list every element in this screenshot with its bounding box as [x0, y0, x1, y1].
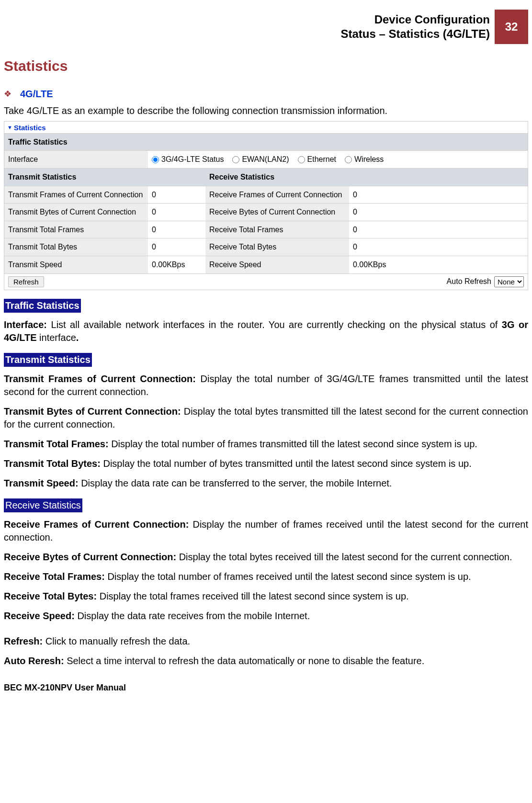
auto-refresh-label: Auto Refresh: [447, 276, 491, 287]
interface-radio-ethernet[interactable]: Ethernet: [298, 154, 336, 165]
interface-radio-ewan-input[interactable]: [232, 156, 239, 163]
description-section: Traffic Statistics Interface: List all a…: [4, 297, 528, 667]
table-label: Receive Frames of Current Connection: [205, 186, 349, 204]
interface-radio-ethernet-label: Ethernet: [307, 154, 336, 165]
interface-label: Interface: [4, 151, 148, 169]
interface-radio-ewan-label: EWAN(LAN2): [242, 154, 289, 165]
table-label: Transmit Speed: [4, 256, 148, 273]
panel-heading: ▼ Statistics: [4, 122, 528, 133]
table-value: 0: [349, 238, 528, 256]
header-line1: Device Configuration: [340, 12, 490, 27]
table-label: Receive Bytes of Current Connection: [205, 204, 349, 221]
desc-receive-frames-current: Receive Frames of Current Connection: Di…: [4, 518, 528, 544]
interface-options-cell: 3G/4G-LTE Status EWAN(LAN2) Ethernet Wir…: [148, 151, 528, 169]
diamond-bullet-icon: ❖: [4, 88, 11, 100]
interface-radio-3g4glte[interactable]: 3G/4G-LTE Status: [152, 154, 224, 165]
refresh-button[interactable]: Refresh: [8, 276, 44, 287]
header-line2: Status – Statistics (4G/LTE): [340, 27, 490, 41]
table-label: Receive Total Bytes: [205, 238, 349, 256]
interface-radio-3g4glte-label: 3G/4G-LTE Status: [161, 154, 224, 165]
table-value: 0: [148, 186, 205, 204]
table-value: 0: [349, 186, 528, 204]
table-label: Transmit Total Frames: [4, 221, 148, 238]
auto-refresh-group: Auto Refresh None: [447, 276, 524, 287]
desc-transmit-total-frames: Transmit Total Frames: Display the total…: [4, 438, 528, 451]
panel-heading-text: Statistics: [14, 123, 46, 133]
transmit-statistics-header: Transmit Statistics: [4, 168, 205, 186]
desc-transmit-total-bytes: Transmit Total Bytes: Display the total …: [4, 457, 528, 470]
highlight-receive-statistics: Receive Statistics: [4, 498, 82, 512]
desc-transmit-speed: Transmit Speed: Display the data rate ca…: [4, 477, 528, 490]
panel-bottom-row: Refresh Auto Refresh None: [4, 273, 528, 290]
table-value: 0.00KBps: [349, 256, 528, 273]
interface-radio-ewan[interactable]: EWAN(LAN2): [232, 154, 289, 165]
header-text-block: Device Configuration Status – Statistics…: [340, 10, 495, 44]
table-value: 0: [148, 238, 205, 256]
section-title-statistics: Statistics: [4, 57, 528, 76]
desc-receive-bytes-current: Receive Bytes of Current Connection: Dis…: [4, 551, 528, 564]
page-number: 32: [495, 10, 528, 44]
desc-transmit-bytes-current: Transmit Bytes of Current Connection: Di…: [4, 405, 528, 431]
page-header: Device Configuration Status – Statistics…: [4, 10, 528, 44]
interface-radio-ethernet-input[interactable]: [298, 156, 305, 163]
table-value: 0: [148, 204, 205, 221]
highlight-traffic-statistics: Traffic Statistics: [4, 299, 81, 313]
table-value: 0: [349, 204, 528, 221]
table-label: Receive Speed: [205, 256, 349, 273]
desc-transmit-frames-current: Transmit Frames of Current Connection: D…: [4, 373, 528, 398]
desc-interface: Interface: List all available network in…: [4, 318, 528, 344]
interface-radio-wireless[interactable]: Wireless: [345, 154, 384, 165]
traffic-statistics-header: Traffic Statistics: [4, 133, 528, 151]
table-value: 0.00KBps: [148, 256, 205, 273]
table-label: Transmit Total Bytes: [4, 238, 148, 256]
receive-statistics-header: Receive Statistics: [205, 168, 528, 186]
table-value: 0: [349, 221, 528, 238]
table-label: Transmit Frames of Current Connection: [4, 186, 148, 204]
auto-refresh-select[interactable]: None: [494, 276, 524, 287]
desc-refresh: Refresh: Click to manually refresh the d…: [4, 635, 528, 648]
subsection-4glte-label: 4G/LTE: [20, 88, 53, 101]
table-label: Receive Total Frames: [205, 221, 349, 238]
desc-receive-total-frames: Receive Total Frames: Display the total …: [4, 570, 528, 583]
statistics-table: Traffic Statistics Interface 3G/4G-LTE S…: [4, 133, 528, 273]
table-label: Transmit Bytes of Current Connection: [4, 204, 148, 221]
intro-text: Take 4G/LTE as an example to describe th…: [4, 104, 528, 117]
statistics-panel: ▼ Statistics Traffic Statistics Interfac…: [4, 121, 528, 290]
interface-radio-wireless-label: Wireless: [354, 154, 384, 165]
subsection-4glte: ❖ 4G/LTE: [4, 88, 528, 101]
collapse-triangle-icon[interactable]: ▼: [7, 124, 12, 131]
footer-manual-name: BEC MX-210NPV User Manual: [4, 682, 528, 693]
desc-auto-refresh: Auto Reresh: Select a time interval to r…: [4, 655, 528, 667]
desc-receive-total-bytes: Receive Total Bytes: Display the total f…: [4, 590, 528, 603]
table-value: 0: [148, 221, 205, 238]
highlight-transmit-statistics: Transmit Statistics: [4, 353, 92, 367]
interface-radio-wireless-input[interactable]: [345, 156, 352, 163]
desc-receive-speed: Receive Speed: Display the data rate rec…: [4, 610, 528, 622]
interface-radio-3g4glte-input[interactable]: [152, 156, 159, 163]
